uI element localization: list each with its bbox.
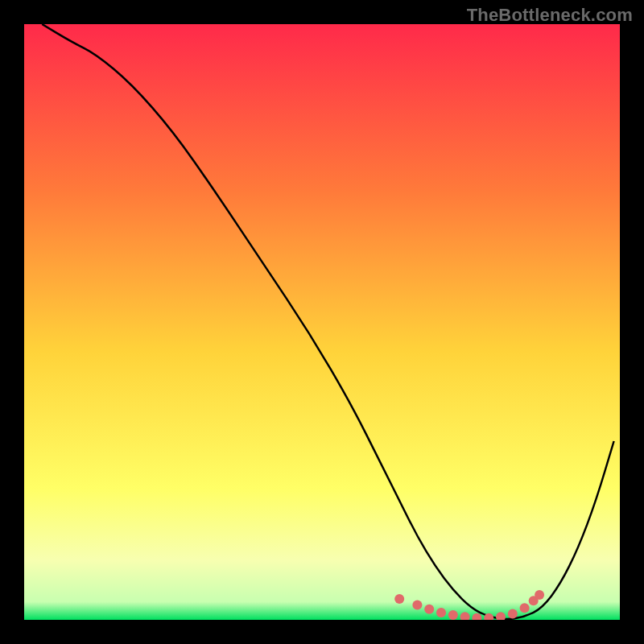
highlight-dot <box>436 608 446 617</box>
chart-frame: TheBottleneck.com <box>0 0 644 644</box>
highlight-dot <box>508 609 518 619</box>
highlight-dot <box>394 594 404 604</box>
chart-svg <box>24 24 620 620</box>
gradient-background <box>24 24 620 620</box>
plot-area <box>24 24 620 620</box>
highlight-dot <box>424 605 434 614</box>
highlight-dot <box>535 590 544 600</box>
highlight-dot <box>412 601 422 610</box>
highlight-dot <box>448 610 458 620</box>
watermark-text: TheBottleneck.com <box>467 5 633 26</box>
highlight-dot <box>520 603 530 613</box>
